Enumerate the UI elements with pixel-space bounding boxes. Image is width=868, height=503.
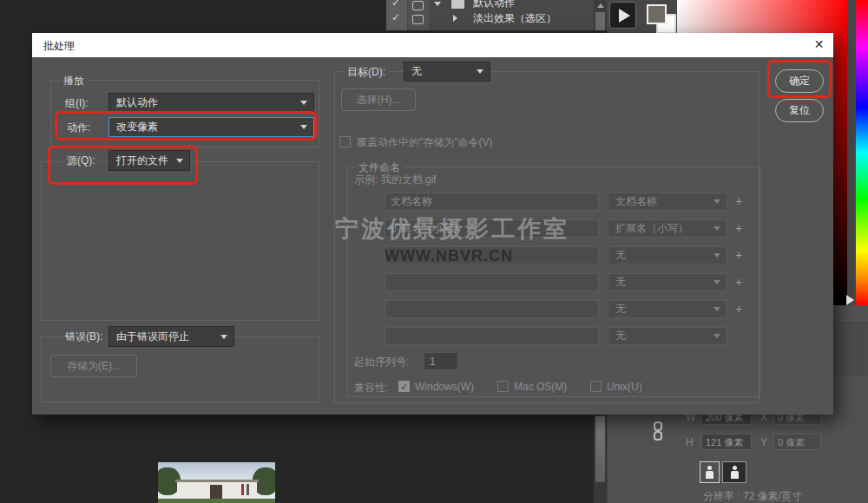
naming-token-value: 扩展名（小写） [615,221,688,236]
foreground-color-swatch[interactable] [647,4,667,24]
add-token-button[interactable]: + [735,275,742,289]
hue-slider[interactable] [856,0,868,305]
naming-token-dropdown[interactable]: 文档名称 [608,193,727,211]
windows-label: Windows(W) [415,381,474,393]
naming-token-value: 无 [615,248,626,263]
folder-icon [451,0,464,9]
naming-token-dropdown[interactable]: 无 [608,327,727,345]
serial-number-input[interactable]: 1 [424,352,458,370]
height-label: H [686,436,694,448]
naming-token-dropdown[interactable]: 无 [608,300,727,318]
macos-checkbox[interactable] [497,381,509,392]
dialog-toggle-icon[interactable] [412,15,424,24]
error-dropdown[interactable]: 由于错误而停止 [108,326,234,347]
scroll-up-icon[interactable] [597,3,604,8]
chevron-down-icon [220,335,227,339]
add-token-button[interactable]: + [735,248,742,262]
check-icon[interactable]: ✓ [391,0,400,9]
error-label: 错误(B): [62,330,106,344]
action-set-row[interactable]: 默认动作 [473,0,515,10]
naming-token-dropdown[interactable]: 无 [608,246,727,265]
compatibility-label: 兼容性: [354,381,388,395]
annotation-source-highlight [48,146,198,185]
hue-slider-cursor[interactable] [846,295,854,305]
reset-button[interactable]: 复位 [775,99,824,122]
error-dropdown-value: 由于错误而停止 [116,330,189,344]
naming-token-dropdown[interactable]: 无 [608,273,727,291]
add-token-button[interactable]: + [735,194,742,208]
document-thumbnail[interactable] [158,462,275,503]
destination-label: 目标(D): [344,65,389,80]
y-label: Y [760,436,767,448]
play-action-button[interactable] [609,2,636,29]
naming-token-value: 无 [615,275,626,290]
thumbnail-grass [158,499,275,503]
action-row[interactable]: 淡出效果（选区） [473,11,556,26]
naming-token-value: 无 [615,329,626,343]
set-dropdown[interactable]: 默认动作 [108,93,314,113]
naming-token-value: 无 [615,302,626,317]
chevron-down-icon [713,199,720,204]
serial-number-label: 起始序列号: [354,355,409,369]
set-dropdown-value: 默认动作 [116,95,158,110]
chevron-down-icon [713,280,720,284]
landscape-orientation-button[interactable] [722,461,746,483]
override-save-as-label: 覆盖动作中的"存储为"命令(V) [357,135,493,150]
chevron-down-icon [477,69,483,74]
choose-button[interactable]: 选择(H)... [341,88,416,111]
annotation-action-highlight [55,111,317,140]
portrait-orientation-button[interactable] [700,461,720,483]
thumbnail-door [210,485,222,499]
annotation-ok-highlight [767,60,832,98]
set-label: 组(I): [65,96,89,111]
play-group-legend: 播放 [60,74,88,88]
scrollbar-thumb[interactable] [595,12,605,30]
unix-checkbox[interactable] [590,381,602,392]
add-token-button[interactable]: + [735,221,742,235]
override-save-as-checkbox[interactable] [339,136,351,147]
scrollbar-thumb[interactable] [595,416,605,482]
y-input[interactable]: 0 像素 [773,434,821,450]
naming-text-field[interactable] [385,300,599,318]
dialog-titlebar[interactable]: 批处理 ✕ [32,33,833,57]
naming-token-value: 文档名称 [615,194,657,209]
thumbnail-banner [247,484,249,495]
dialog-title: 批处理 [43,39,75,54]
windows-checkbox[interactable]: ✓ [398,381,410,392]
chevron-down-icon [713,307,720,311]
naming-example: 示例: 我的文档.gif [354,173,437,187]
chevron-down-icon [713,334,720,338]
check-icon[interactable]: ✓ [391,11,400,23]
portrait-icon [706,471,713,479]
chevron-down-icon [713,253,720,258]
destination-dropdown-value: 无 [411,64,422,79]
save-as-button[interactable]: 存储为(E)... [50,355,137,377]
naming-token-dropdown[interactable]: 扩展名（小写） [608,219,727,238]
naming-text-field[interactable] [385,273,599,291]
close-icon[interactable]: ✕ [812,37,826,52]
destination-dropdown[interactable]: 无 [404,62,490,82]
chevron-down-icon[interactable] [434,2,441,6]
chevron-down-icon [300,101,307,105]
thumbnail-banner [241,484,244,495]
link-dimensions-icon[interactable] [654,421,662,442]
play-icon [619,9,630,23]
naming-text-field[interactable]: 文档名称 [385,193,599,211]
macos-label: Mac OS(M) [514,381,567,393]
dialog-toggle-icon[interactable] [412,1,424,10]
add-token-button[interactable]: + [735,302,742,316]
landscape-icon [731,471,739,479]
height-input[interactable]: 121 像素 [701,434,752,450]
naming-text-field[interactable] [385,327,599,345]
chevron-down-icon [713,226,720,231]
source-group [41,161,319,321]
resolution-value: 分辨率 : 72 像素/英寸 [703,489,802,503]
chevron-right-icon[interactable] [453,15,457,22]
watermark-studio-name: 宁波优景摄影工作室 [335,213,569,245]
watermark-url: WWW.NBVR.CN [385,247,513,265]
unix-label: Unix(U) [607,381,642,393]
